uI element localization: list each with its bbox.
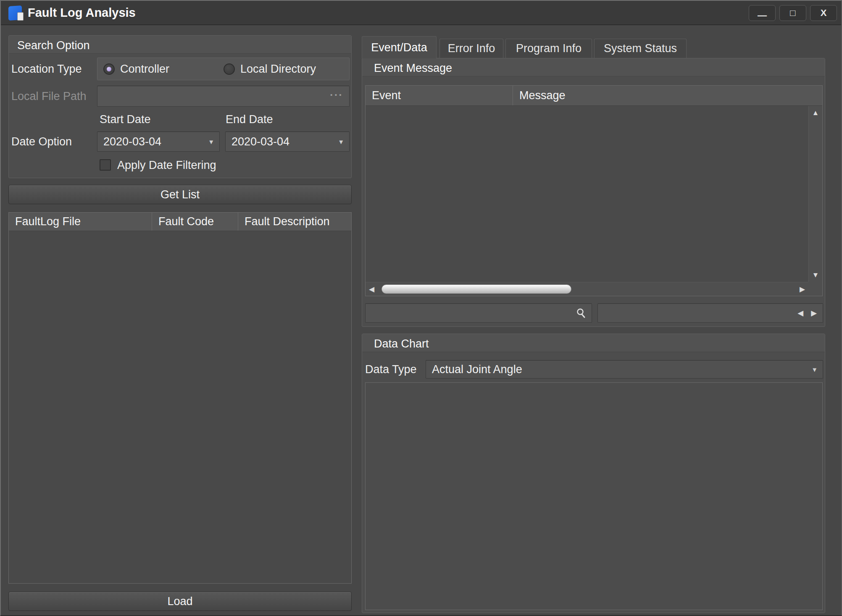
browse-ellipsis-icon[interactable]: ··· [330, 89, 343, 102]
column-header-event[interactable]: Event [366, 86, 513, 105]
radio-local-directory-dot [224, 63, 235, 75]
app-window: Fault Log Analysis — □ X Search Option L… [0, 0, 842, 616]
start-date-combo[interactable]: 2020-03-04 ▼ [97, 132, 220, 152]
chart-plot-area [365, 382, 823, 610]
tab-system-status-label: System Status [604, 42, 677, 55]
tab-event-data[interactable]: Event/Data [362, 36, 437, 58]
app-icon [8, 5, 22, 21]
nav-next-icon[interactable]: ▶ [811, 309, 817, 317]
radio-controller-label: Controller [120, 63, 169, 76]
close-icon: X [821, 8, 827, 18]
tab-error-info[interactable]: Error Info [439, 39, 503, 58]
event-navigator-input[interactable] [598, 304, 823, 322]
radio-local-directory-label: Local Directory [240, 63, 316, 76]
radio-local-directory[interactable]: Local Directory [224, 58, 316, 80]
date-option-label: Date Option [11, 132, 72, 152]
tab-program-info-label: Program Info [516, 42, 582, 55]
event-navigator-field: ◀ ▶ [597, 303, 823, 323]
load-button-label: Load [167, 595, 192, 608]
column-header-fault-code[interactable]: Fault Code [152, 213, 238, 231]
get-list-button[interactable]: Get List [8, 185, 352, 204]
maximize-icon: □ [790, 8, 795, 18]
event-search-input[interactable] [366, 304, 592, 322]
event-table-header: Event Message [366, 86, 822, 106]
event-search-field [365, 303, 592, 323]
event-table-body[interactable] [366, 106, 808, 282]
tab-system-status[interactable]: System Status [594, 39, 687, 58]
start-date-label: Start Date [100, 113, 151, 126]
data-chart-title: Data Chart [374, 337, 429, 350]
nav-prev-icon[interactable]: ◀ [797, 309, 803, 317]
scroll-up-icon[interactable]: ▲ [812, 109, 819, 116]
faultlog-table-body[interactable] [9, 231, 351, 583]
data-type-dropdown-icon: ▼ [811, 366, 818, 373]
local-file-path-label: Local File Path [11, 86, 87, 107]
search-icon[interactable] [576, 308, 587, 319]
scroll-left-icon[interactable]: ◀ [369, 286, 374, 293]
data-type-combo[interactable]: Actual Joint Angle ▼ [426, 360, 823, 379]
event-message-group: Event Message Event Message ▲ ▼ ◀ ▶ [362, 58, 825, 327]
window-title: Fault Log Analysis [28, 1, 136, 25]
load-button[interactable]: Load [8, 592, 352, 611]
end-date-combo[interactable]: 2020-03-04 ▼ [225, 132, 350, 152]
apply-date-filtering-label: Apply Date Filtering [117, 158, 216, 172]
location-type-label: Location Type [11, 58, 82, 80]
end-date-value: 2020-03-04 [232, 132, 289, 151]
event-table-horizontal-scrollbar[interactable]: ◀ ▶ [366, 282, 808, 296]
tab-event-data-label: Event/Data [371, 41, 427, 54]
end-date-dropdown-icon: ▼ [338, 138, 344, 145]
scroll-right-icon[interactable]: ▶ [800, 286, 805, 293]
column-header-fault-description[interactable]: Fault Description [238, 213, 351, 231]
column-header-faultlog-file[interactable]: FaultLog File [9, 213, 152, 231]
tab-program-info[interactable]: Program Info [505, 39, 592, 58]
event-message-table: Event Message ▲ ▼ ◀ ▶ [365, 85, 823, 296]
search-option-title: Search Option [17, 39, 90, 52]
get-list-button-label: Get List [161, 188, 200, 201]
horizontal-scrollbar-thumb[interactable] [382, 284, 571, 294]
event-table-vertical-scrollbar[interactable]: ▲ ▼ [808, 106, 822, 282]
close-button[interactable]: X [810, 5, 837, 21]
radio-controller[interactable]: Controller [103, 58, 169, 80]
start-date-dropdown-icon: ▼ [208, 138, 214, 145]
minimize-button[interactable]: — [749, 5, 776, 21]
title-bar[interactable]: Fault Log Analysis — □ X [1, 1, 841, 25]
event-message-title: Event Message [374, 62, 452, 75]
scroll-down-icon[interactable]: ▼ [812, 271, 819, 279]
start-date-value: 2020-03-04 [103, 132, 161, 151]
minimize-icon: — [758, 10, 767, 21]
local-file-path-field: ··· [97, 86, 350, 107]
data-type-value: Actual Joint Angle [432, 361, 522, 378]
radio-controller-dot [103, 63, 115, 75]
apply-date-filtering-checkbox[interactable] [100, 159, 111, 171]
end-date-label: End Date [226, 113, 273, 126]
scrollbar-corner [808, 282, 822, 296]
data-chart-title-strip [362, 334, 825, 352]
data-type-label: Data Type [365, 360, 417, 379]
location-type-radiogroup: Controller Local Directory [97, 58, 350, 80]
column-header-message[interactable]: Message [513, 86, 822, 105]
app-icon-page [17, 12, 24, 21]
maximize-button[interactable]: □ [779, 5, 806, 21]
faultlog-table-header: FaultLog File Fault Code Fault Descripti… [9, 213, 351, 231]
tab-error-info-label: Error Info [448, 42, 495, 55]
data-chart-group: Data Chart Data Type Actual Joint Angle … [362, 334, 825, 613]
local-file-path-input[interactable] [97, 86, 349, 106]
faultlog-file-table: FaultLog File Fault Code Fault Descripti… [8, 212, 352, 584]
search-option-group: Search Option Location Type Controller L… [8, 35, 352, 178]
